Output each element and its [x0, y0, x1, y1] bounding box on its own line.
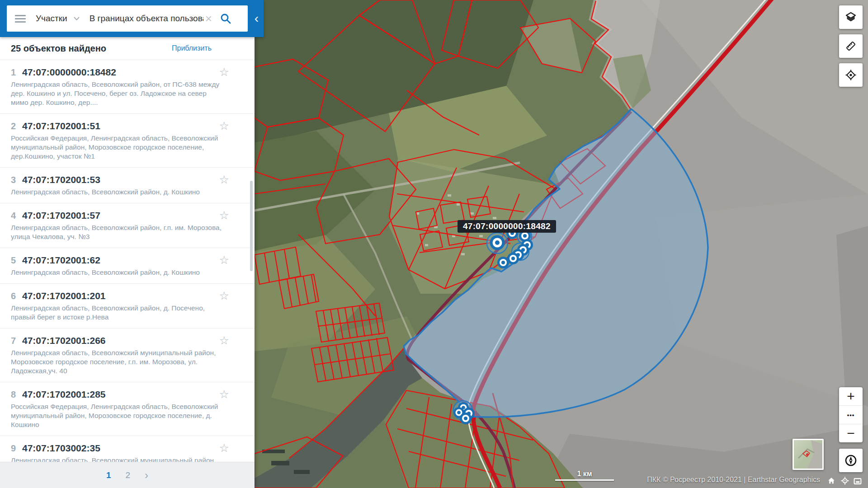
result-index: 4	[11, 211, 19, 221]
result-index: 5	[11, 255, 19, 266]
chevron-down-icon	[74, 17, 80, 20]
identify-object-button[interactable]	[839, 63, 863, 87]
minimap-content	[794, 440, 822, 469]
favorite-star-icon[interactable]: ☆	[219, 388, 229, 400]
map-attribution: ПКК © Росреестр 2010-2021 | Earthstar Ge…	[647, 476, 820, 484]
results-header: 25 объектов найдено Приблизить	[0, 37, 255, 60]
pagination: 1 2 ›	[0, 462, 255, 488]
result-description: Ленинградская область, Всеволожский муни…	[11, 456, 223, 462]
zoom-to-results-link[interactable]: Приблизить	[172, 44, 212, 52]
compass-icon	[844, 454, 858, 467]
favorite-star-icon[interactable]: ☆	[219, 209, 229, 221]
result-cadastral-number: 47:07:1702001:266	[22, 335, 106, 346]
result-cadastral-number: 47:07:0000000:18482	[22, 67, 116, 77]
result-cadastral-number: 47:07:1702001:62	[22, 255, 100, 265]
result-cadastral-number: 47:07:1702001:53	[22, 174, 100, 185]
favorite-star-icon[interactable]: ☆	[219, 120, 229, 131]
list-item[interactable]: 747:07:1702001:266 ☆ Ленинградская облас…	[0, 328, 255, 382]
my-location-icon[interactable]	[841, 477, 849, 485]
search-category-label: Участки	[36, 14, 67, 23]
result-cadastral-number: 47:07:1703002:35	[22, 443, 100, 453]
favorite-star-icon[interactable]: ☆	[219, 254, 229, 266]
zoom-in-button[interactable]: +	[839, 387, 863, 405]
result-cadastral-number: 47:07:1702001:201	[22, 291, 106, 301]
results-count: 25 объектов найдено	[11, 43, 106, 54]
result-description: Ленинградская область, Всеволожский райо…	[11, 268, 223, 277]
compass-button[interactable]	[839, 449, 863, 472]
zoom-controls: + ••• −	[839, 387, 863, 442]
zoom-more-button[interactable]: •••	[839, 405, 863, 424]
scrollbar-thumb[interactable]	[250, 181, 253, 271]
collapse-panel-button[interactable]: ‹	[250, 0, 264, 37]
favorite-star-icon[interactable]: ☆	[219, 442, 229, 454]
page-1-button[interactable]: 1	[106, 470, 111, 480]
result-index: 8	[11, 389, 19, 400]
home-icon[interactable]	[827, 477, 835, 485]
result-index: 7	[11, 336, 19, 346]
list-item[interactable]: 847:07:1702001:285 ☆ Российская Федераци…	[0, 382, 255, 436]
page-2-button[interactable]: 2	[126, 470, 131, 480]
result-description: Ленинградская область, Всеволожский райо…	[11, 304, 223, 322]
list-item[interactable]: 247:07:1702001:51 ☆ Российская Федерация…	[0, 114, 255, 168]
result-description: Ленинградская область, Всеволожский райо…	[11, 188, 223, 197]
result-index: 1	[11, 67, 19, 78]
favorite-star-icon[interactable]: ☆	[219, 66, 229, 78]
scale-line	[555, 479, 614, 481]
search-button[interactable]	[217, 13, 235, 24]
favorite-star-icon[interactable]: ☆	[219, 174, 229, 185]
result-description: Ленинградская область, Всеволожский муни…	[11, 348, 223, 375]
list-item[interactable]: 447:07:1702001:57 ☆ Ленинградская област…	[0, 203, 255, 248]
result-description: Российская Федерация, Ленинградская обла…	[11, 402, 223, 429]
search-category-dropdown[interactable]: Участки	[36, 14, 80, 23]
search-results-panel: 25 объектов найдено Приблизить 147:07:00…	[0, 0, 255, 488]
overview-minimap[interactable]	[793, 439, 824, 470]
result-description: Российская Федерация, Ленинградская обла…	[11, 134, 223, 161]
result-index: 6	[11, 291, 19, 301]
zoom-out-button[interactable]: −	[839, 424, 863, 442]
result-index: 2	[11, 121, 19, 131]
result-description: Ленинградская область, Всеволожский райо…	[11, 80, 223, 107]
menu-hamburger-icon[interactable]	[15, 13, 26, 24]
result-description: Ленинградская область, Всеволожский райо…	[11, 223, 223, 241]
measure-ruler-button[interactable]	[839, 34, 863, 58]
scale-bar: 1 км	[555, 470, 614, 481]
search-box: Участки ×	[7, 5, 248, 32]
list-item[interactable]: 647:07:1702001:201 ☆ Ленинградская облас…	[0, 284, 255, 328]
layers-button[interactable]	[839, 5, 863, 29]
next-page-chevron-icon[interactable]: ›	[145, 471, 148, 479]
search-input[interactable]	[89, 13, 204, 24]
list-item[interactable]: 347:07:1702001:53 ☆ Ленинградская област…	[0, 168, 255, 203]
clear-search-icon[interactable]: ×	[205, 13, 212, 24]
ruler-icon	[845, 40, 857, 52]
identify-icon	[845, 69, 857, 81]
result-index: 3	[11, 175, 19, 185]
search-icon	[220, 13, 231, 24]
map-tooltip: 47:07:0000000:18482	[458, 220, 556, 233]
layers-icon	[845, 11, 857, 23]
result-index: 9	[11, 443, 19, 454]
scale-label: 1 км	[555, 470, 614, 478]
result-cadastral-number: 47:07:1702001:57	[22, 210, 100, 221]
favorite-star-icon[interactable]: ☆	[219, 290, 229, 301]
search-header: Участки × ‹	[0, 0, 264, 37]
list-item[interactable]: 947:07:1703002:35 ☆ Ленинградская област…	[0, 436, 255, 462]
fullscreen-icon[interactable]	[854, 477, 862, 485]
favorite-star-icon[interactable]: ☆	[219, 334, 229, 346]
results-list: 147:07:0000000:18482 ☆ Ленинградская обл…	[0, 60, 255, 462]
list-item[interactable]: 547:07:1702001:62 ☆ Ленинградская област…	[0, 248, 255, 284]
result-cadastral-number: 47:07:1702001:51	[22, 121, 100, 131]
list-item[interactable]: 147:07:0000000:18482 ☆ Ленинградская обл…	[0, 60, 255, 114]
result-cadastral-number: 47:07:1702001:285	[22, 389, 106, 399]
